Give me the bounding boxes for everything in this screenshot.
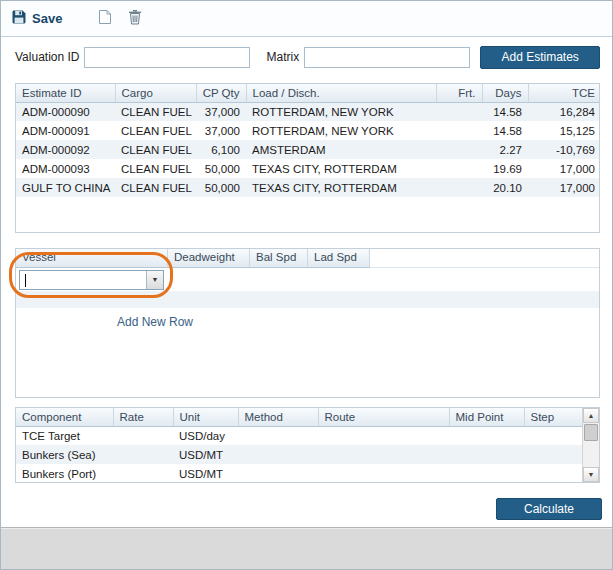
- cell-component: Bunkers (Port): [16, 464, 113, 482]
- cell-unit: USD/MT: [173, 445, 238, 464]
- calculate-button[interactable]: Calculate: [496, 498, 602, 520]
- component-row[interactable]: Bunkers (Port) USD/MT: [16, 464, 582, 482]
- cell-frt: [436, 178, 482, 197]
- estimate-row[interactable]: ADM-000090 CLEAN FUEL 37,000 ROTTERDAM, …: [16, 102, 600, 121]
- cell-method: [238, 426, 318, 445]
- cell-frt: [436, 159, 482, 178]
- new-document-button[interactable]: [98, 9, 112, 29]
- cell-tce: 15,125: [528, 121, 600, 140]
- col-header-estimate-id: Estimate ID: [16, 84, 115, 102]
- estimate-row[interactable]: ADM-000093 CLEAN FUEL 50,000 TEXAS CITY,…: [16, 159, 600, 178]
- col-header-component: Component: [16, 408, 113, 426]
- cell-step: [524, 426, 582, 445]
- col-header-tce: TCE: [528, 84, 600, 102]
- cell-tce: -10,769: [528, 140, 600, 159]
- header-filler: [370, 249, 599, 268]
- cell-days: 19.69: [482, 159, 528, 178]
- cell-estimate-id: ADM-000092: [16, 140, 115, 159]
- cell-load-disch: TEXAS CITY, ROTTERDAM: [246, 159, 436, 178]
- cell-tce: 16,284: [528, 102, 600, 121]
- trash-icon: [128, 9, 142, 29]
- matrix-label: Matrix: [266, 50, 299, 64]
- col-header-days: Days: [482, 84, 528, 102]
- vessel-grid: Vessel Deadweight Bal Spd Lad Spd ▼ Add …: [15, 248, 600, 398]
- vessel-entry-row: ▼: [16, 268, 599, 291]
- valuation-id-label: Valuation ID: [15, 50, 79, 64]
- col-header-unit: Unit: [173, 408, 238, 426]
- cell-method: [238, 445, 318, 464]
- toolbar: Save: [1, 1, 612, 37]
- delete-button[interactable]: [128, 9, 142, 29]
- cell-step: [524, 445, 582, 464]
- cell-frt: [436, 121, 482, 140]
- matrix-input[interactable]: [304, 47, 470, 68]
- cell-unit: USD/day: [173, 426, 238, 445]
- cell-rate[interactable]: [113, 445, 173, 464]
- footer: [1, 527, 612, 569]
- cell-rate[interactable]: [113, 464, 173, 482]
- valuation-window: Save Valu: [0, 0, 613, 570]
- col-header-mid-point: Mid Point: [449, 408, 524, 426]
- col-header-cargo: Cargo: [115, 84, 196, 102]
- scroll-down-button[interactable]: ▼: [583, 467, 599, 482]
- vessel-combobox[interactable]: ▼: [19, 270, 164, 290]
- vessel-dropdown-button[interactable]: ▼: [146, 271, 163, 289]
- estimate-row[interactable]: ADM-000091 CLEAN FUEL 37,000 ROTTERDAM, …: [16, 121, 600, 140]
- cell-rate[interactable]: [113, 426, 173, 445]
- cell-days: 2.27: [482, 140, 528, 159]
- cell-route: [318, 426, 449, 445]
- save-button[interactable]: Save: [11, 9, 62, 29]
- cell-load-disch: ROTTERDAM, NEW YORK: [246, 102, 436, 121]
- estimates-grid: Estimate ID Cargo CP Qty Load / Disch. F…: [15, 83, 600, 233]
- vessel-input[interactable]: [20, 271, 146, 289]
- vessel-grid-header: Vessel Deadweight Bal Spd Lad Spd: [16, 249, 599, 268]
- col-header-route: Route: [318, 408, 449, 426]
- cell-load-disch: ROTTERDAM, NEW YORK: [246, 121, 436, 140]
- component-row[interactable]: Bunkers (Sea) USD/MT: [16, 445, 582, 464]
- component-row[interactable]: TCE Target USD/day: [16, 426, 582, 445]
- cell-days: 14.58: [482, 102, 528, 121]
- cell-load-disch: TEXAS CITY, ROTTERDAM: [246, 178, 436, 197]
- cell-cargo: CLEAN FUEL: [115, 178, 196, 197]
- cell-cp-qty: 6,100: [196, 140, 246, 159]
- cell-route: [318, 464, 449, 482]
- cell-estimate-id: ADM-000091: [16, 121, 115, 140]
- cell-component: TCE Target: [16, 426, 113, 445]
- cell-cargo: CLEAN FUEL: [115, 121, 196, 140]
- cell-days: 14.58: [482, 121, 528, 140]
- chevron-down-icon: ▼: [152, 276, 159, 283]
- col-header-vessel: Vessel: [16, 249, 168, 268]
- cell-step: [524, 464, 582, 482]
- vertical-scrollbar[interactable]: ▲ ▼: [582, 408, 599, 482]
- cell-route: [318, 445, 449, 464]
- col-header-lad-spd: Lad Spd: [308, 249, 370, 268]
- scrollbar-thumb[interactable]: [584, 424, 598, 441]
- estimate-row[interactable]: GULF TO CHINA CLEAN FUEL 50,000 TEXAS CI…: [16, 178, 600, 197]
- cell-tce: 17,000: [528, 178, 600, 197]
- cell-mid-point: [449, 464, 524, 482]
- col-header-bal-spd: Bal Spd: [250, 249, 308, 268]
- save-icon: [11, 9, 27, 29]
- add-new-row-link[interactable]: Add New Row: [117, 315, 193, 329]
- cell-cp-qty: 50,000: [196, 159, 246, 178]
- cell-component: Bunkers (Sea): [16, 445, 113, 464]
- valuation-id-input[interactable]: [84, 47, 250, 68]
- scroll-down-icon: ▼: [588, 471, 595, 478]
- cell-tce: 17,000: [528, 159, 600, 178]
- cell-cp-qty: 37,000: [196, 102, 246, 121]
- components-grid: Component Rate Unit Method Route Mid Poi…: [15, 407, 600, 483]
- cell-frt: [436, 140, 482, 159]
- empty-grid-band: [16, 291, 599, 308]
- col-header-method: Method: [238, 408, 318, 426]
- cell-method: [238, 464, 318, 482]
- cell-cp-qty: 50,000: [196, 178, 246, 197]
- components-table-wrap: Component Rate Unit Method Route Mid Poi…: [16, 408, 582, 482]
- col-header-step: Step: [524, 408, 582, 426]
- estimate-row[interactable]: ADM-000092 CLEAN FUEL 6,100 AMSTERDAM 2.…: [16, 140, 600, 159]
- scroll-up-button[interactable]: ▲: [583, 408, 599, 423]
- cell-load-disch: AMSTERDAM: [246, 140, 436, 159]
- filter-row: Valuation ID Matrix Add Estimates: [15, 45, 602, 69]
- col-header-cp-qty: CP Qty: [196, 84, 246, 102]
- add-estimates-button[interactable]: Add Estimates: [480, 46, 600, 69]
- col-header-rate: Rate: [113, 408, 173, 426]
